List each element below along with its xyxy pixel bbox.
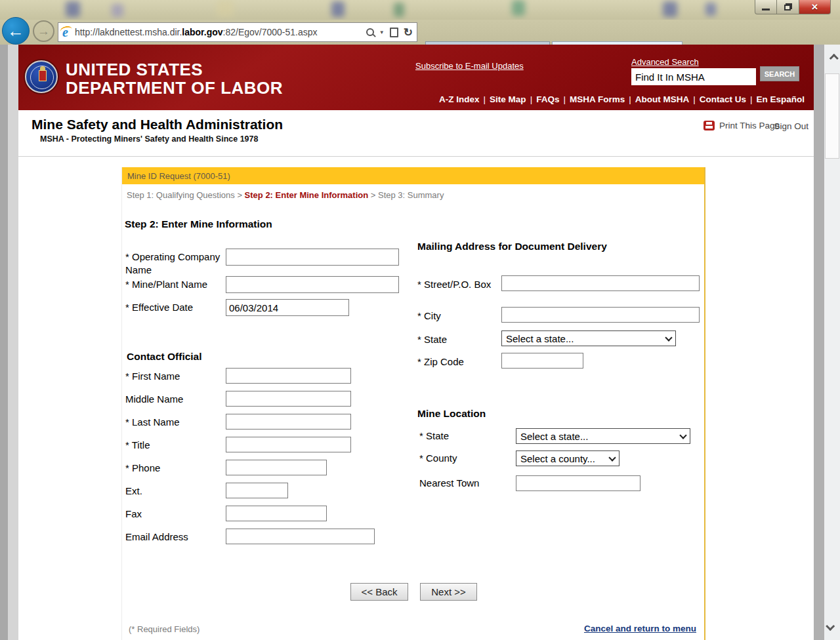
- sign-out-link[interactable]: Sign Out: [774, 121, 808, 131]
- next-step-button[interactable]: Next >>: [420, 583, 477, 601]
- print-this-page[interactable]: Print This Page: [704, 121, 780, 130]
- chevron-down-icon: [679, 431, 686, 439]
- contact-official-heading: Contact Official: [127, 351, 202, 363]
- dol-header: UNITED STATES DEPARTMENT OF LABOR Subscr…: [18, 45, 814, 110]
- mine-location-heading: Mine Location: [417, 408, 486, 420]
- zip-label: * Zip Code: [417, 353, 501, 369]
- back-arrow-icon: ←: [7, 21, 24, 41]
- advanced-search-link[interactable]: Advanced Search: [631, 57, 699, 67]
- search-icon[interactable]: [366, 28, 374, 36]
- breadcrumb-step2-current: Step 2: Enter Mine Information: [245, 190, 369, 200]
- vertical-scrollbar[interactable]: [824, 45, 840, 640]
- required-fields-note: (* Required Fields): [129, 624, 200, 634]
- middle-name-input[interactable]: [226, 391, 351, 407]
- msha-search-button[interactable]: SEARCH: [760, 66, 799, 81]
- county-select[interactable]: Select a county...: [516, 450, 620, 466]
- operating-company-input[interactable]: [226, 249, 399, 266]
- title-label: * Title: [125, 437, 226, 452]
- nav-faqs[interactable]: FAQs: [536, 94, 559, 104]
- window-titlebar: ×: [0, 0, 840, 20]
- window-minimize-button[interactable]: [755, 0, 777, 14]
- middle-name-label: Middle Name: [125, 391, 226, 406]
- cancel-return-link[interactable]: Cancel and return to menu: [584, 624, 696, 633]
- seal-crest: [39, 70, 47, 81]
- nearest-town-input[interactable]: [516, 475, 640, 491]
- effective-date-input[interactable]: [226, 299, 349, 316]
- nav-en-espanol[interactable]: En Español: [756, 94, 805, 104]
- breadcrumb-step1: Step 1: Qualifying Questions: [127, 190, 235, 200]
- form-title-bar: Mine ID Request (7000-51): [122, 167, 704, 184]
- ext-label: Ext.: [125, 483, 226, 498]
- operating-company-label: * Operating Company Name: [125, 249, 226, 277]
- desktop-icon-blur: [394, 3, 404, 17]
- scrollbar-thumb[interactable]: [825, 73, 839, 159]
- city-label: * City: [417, 307, 501, 323]
- header-nav: A-Z Index|Site Map|FAQs|MSHA Forms|About…: [439, 94, 805, 104]
- url-text[interactable]: http://lakdnettest.msha.dir.labor.gov:82…: [75, 27, 366, 37]
- desktop-icon-blur: [663, 1, 677, 17]
- chevron-down-icon[interactable]: ▼: [379, 30, 385, 35]
- close-icon: ×: [812, 1, 818, 12]
- window-controls: ×: [755, 0, 831, 14]
- nav-msha-forms[interactable]: MSHA Forms: [570, 94, 625, 104]
- last-name-input[interactable]: [226, 414, 351, 430]
- title-input[interactable]: [226, 437, 351, 452]
- ext-input[interactable]: [226, 483, 288, 498]
- fax-input[interactable]: [226, 506, 327, 521]
- mailing-address-heading: Mailing Address for Document Delivery: [417, 241, 607, 252]
- street-input[interactable]: [501, 275, 700, 291]
- chevron-down-icon: [665, 334, 672, 341]
- msha-search-input[interactable]: [631, 68, 756, 85]
- page-margin-right: [814, 45, 824, 640]
- mine-plant-label: * Mine/Plant Name: [125, 276, 226, 291]
- back-button[interactable]: ←: [2, 17, 30, 45]
- site-title: Mine Safety and Health Administration: [32, 117, 283, 132]
- mailing-state-select[interactable]: Select a state...: [501, 330, 676, 346]
- zip-input[interactable]: [501, 353, 583, 369]
- phone-input[interactable]: [226, 460, 327, 475]
- ie-window: × e Application Jump Page e MSHA - × ⌂ ★…: [0, 0, 840, 640]
- desktop-icon-blur: [705, 3, 716, 16]
- first-name-label: * First Name: [125, 368, 226, 383]
- form-container: Mine ID Request (7000-51) Step 1: Qualif…: [121, 167, 705, 640]
- msha-subheader: Mine Safety and Health Administration MS…: [18, 110, 814, 157]
- mine-state-label: * State: [419, 428, 516, 441]
- city-input[interactable]: [501, 307, 700, 323]
- last-name-label: * Last Name: [125, 414, 226, 429]
- desktop-icon-blur: [331, 1, 345, 17]
- forward-button[interactable]: →: [33, 20, 54, 42]
- forward-arrow-icon: →: [37, 24, 50, 39]
- subscribe-link[interactable]: Subscribe to E-mail Updates: [415, 61, 524, 71]
- desktop-icon-blur: [66, 1, 80, 17]
- scroll-down-button[interactable]: [824, 615, 840, 637]
- compatibility-view-icon[interactable]: [390, 28, 398, 37]
- page-viewport: UNITED STATES DEPARTMENT OF LABOR Subscr…: [8, 45, 814, 640]
- back-step-button[interactable]: << Back: [350, 583, 408, 601]
- street-label: * Street/P.O. Box: [417, 275, 501, 292]
- minimize-icon: [762, 9, 770, 10]
- nav-about-msha[interactable]: About MSHA: [635, 94, 689, 104]
- site-tagline: MSHA - Protecting Miners' Safety and Hea…: [40, 134, 258, 144]
- mine-plant-input[interactable]: [226, 276, 399, 293]
- effective-date-label: * Effective Date: [125, 299, 226, 314]
- desktop-icon-blur: [512, 0, 525, 16]
- chevron-down-icon: [608, 454, 616, 461]
- mine-state-select[interactable]: Select a state...: [516, 428, 690, 444]
- window-close-button[interactable]: ×: [799, 0, 831, 14]
- window-restore-button[interactable]: [777, 0, 799, 14]
- breadcrumb-step3: Step 3: Summary: [378, 190, 444, 200]
- scroll-up-button[interactable]: [824, 47, 840, 70]
- page-favicon: e: [62, 26, 68, 39]
- step2-heading: Step 2: Enter Mine Information: [125, 218, 272, 230]
- breadcrumb: Step 1: Qualifying Questions > Step 2: E…: [127, 190, 444, 200]
- window-frame-left: [0, 45, 8, 640]
- nav-contact-us[interactable]: Contact Us: [700, 94, 746, 104]
- nearest-town-label: Nearest Town: [419, 475, 516, 489]
- nav-az-index[interactable]: A-Z Index: [439, 94, 480, 104]
- first-name-input[interactable]: [226, 368, 351, 384]
- email-input[interactable]: [226, 529, 375, 544]
- refresh-icon[interactable]: ↻: [404, 26, 413, 39]
- dol-seal-logo: [25, 60, 58, 93]
- address-bar[interactable]: e http://lakdnettest.msha.dir.labor.gov:…: [58, 22, 417, 42]
- nav-site-map[interactable]: Site Map: [490, 94, 526, 104]
